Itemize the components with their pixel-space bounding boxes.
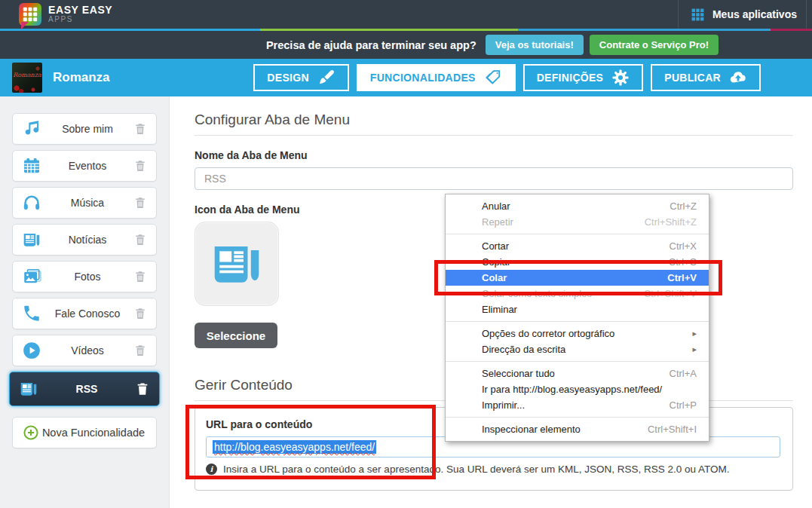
- calendar-icon: [22, 156, 41, 176]
- menu-item-label: Colar como texto simples: [482, 286, 592, 301]
- newspaper-icon: [209, 236, 265, 292]
- menu-item-repetir[interactable]: RepetirCtrl+Shift+Z: [446, 214, 709, 230]
- sidebar-item-label: Sobre mim: [41, 123, 133, 135]
- tab-icon-preview[interactable]: [195, 222, 279, 306]
- newspaper-icon: [19, 379, 38, 399]
- brand: EASY EASY APPS: [0, 3, 112, 26]
- tags-icon: [484, 69, 502, 87]
- menu-item-direccao-da-escrita[interactable]: Direcção da escrita▸: [446, 341, 709, 357]
- menu-item-label: Ir para http://blog.easyeasyapps.net/fee…: [482, 381, 662, 397]
- trash-icon[interactable]: [133, 196, 147, 210]
- menu-item-shortcut: Ctrl+Shift+Z: [645, 214, 697, 230]
- menu-item-label: Cortar: [482, 238, 509, 254]
- menu-item-label: Opções do corretor ortográfico: [482, 326, 614, 341]
- sidebar-item-label: Música: [41, 197, 133, 209]
- menu-item-shortcut: Ctrl+A: [670, 366, 697, 381]
- menu-item-label: Eliminar: [482, 301, 517, 317]
- menu-item-shortcut: Ctrl+P: [670, 397, 697, 413]
- menu-item-shortcut: Ctrl+Shift+V: [644, 286, 697, 301]
- tutorials-button[interactable]: Veja os tutoriais!: [486, 35, 584, 55]
- page-title: Configurar Aba de Menu: [195, 112, 793, 136]
- tab-name-input[interactable]: [195, 167, 793, 190]
- menu-item-opcoes-do-corretor-ortografico[interactable]: Opções do corretor ortográfico▸: [446, 326, 709, 341]
- menu-item-label: Inspeccionar elemento: [482, 421, 581, 437]
- sidebar-item-musica[interactable]: Música: [12, 187, 157, 219]
- trash-icon[interactable]: [133, 270, 147, 283]
- sidebar-item-fale-conosco[interactable]: Fale Conosco: [12, 298, 157, 329]
- menu-item-label: Repetir: [482, 214, 513, 230]
- cloud-upload-icon: [729, 69, 747, 87]
- tab-label: DESIGN: [267, 72, 308, 84]
- menu-separator: [446, 361, 709, 362]
- plus-circle-icon: [22, 424, 40, 442]
- menu-item-anular[interactable]: AnularCtrl+Z: [446, 198, 709, 214]
- play-circle-icon: [22, 341, 41, 360]
- features-sidebar: Sobre mimEventosMúsicaNotíciasFotosFale …: [0, 96, 170, 508]
- divider: [678, 0, 679, 29]
- phone-icon: [22, 304, 41, 323]
- sidebar-item-eventos[interactable]: Eventos: [12, 150, 157, 182]
- trash-icon[interactable]: [133, 307, 147, 320]
- photos-icon: [22, 267, 41, 286]
- app-bar: Romanza Romanza DESIGNFUNCIONALIDADESDEF…: [0, 59, 812, 96]
- menu-item-ir-para-http-blog-easyeasyapps-net-feed[interactable]: Ir para http://blog.easyeasyapps.net/fee…: [446, 381, 709, 397]
- trash-icon[interactable]: [135, 381, 150, 396]
- submenu-arrow-icon: ▸: [692, 341, 697, 357]
- tab-label: FUNCIONALIDADES: [370, 72, 476, 84]
- context-menu: AnularCtrl+ZRepetirCtrl+Shift+ZCortarCtr…: [445, 194, 709, 442]
- menu-item-colar-como-texto-simples[interactable]: Colar como texto simplesCtrl+Shift+V: [446, 286, 709, 301]
- menu-item-label: Anular: [482, 198, 510, 214]
- info-icon: [206, 464, 217, 475]
- tab-design[interactable]: DESIGN: [253, 64, 348, 91]
- sidebar-item-nova-funcionalidade[interactable]: Nova Funcionalidade: [12, 417, 157, 448]
- tab-definicoes[interactable]: DEFINIÇÕES: [523, 64, 644, 91]
- sidebar-item-label: Fotos: [41, 271, 133, 283]
- brand-sub: APPS: [48, 16, 112, 24]
- tab-publicar[interactable]: PUBLICAR: [651, 64, 761, 91]
- brand-color-strip: [0, 29, 812, 31]
- sidebar-item-label: Notícias: [41, 234, 133, 246]
- sidebar-item-label: RSS: [38, 383, 135, 395]
- menu-item-copiar[interactable]: CopiarCtrl+C: [446, 254, 709, 270]
- menu-item-cortar[interactable]: CortarCtrl+X: [446, 238, 709, 254]
- url-selected-text: http://blog.easyeasyapps.net/feed/: [213, 440, 376, 454]
- menu-item-imprimir[interactable]: Imprimir...Ctrl+P: [446, 397, 709, 413]
- menu-item-eliminar[interactable]: Eliminar: [446, 301, 709, 317]
- trash-icon[interactable]: [133, 344, 147, 357]
- select-icon-button[interactable]: Seleccione: [195, 323, 277, 348]
- pro-service-button[interactable]: Contrate o Serviço Pro!: [590, 35, 719, 55]
- menu-item-shortcut: Ctrl+C: [669, 254, 697, 270]
- my-apps-link[interactable]: Meus aplicativos: [712, 8, 797, 20]
- trash-icon[interactable]: [133, 233, 147, 246]
- submenu-arrow-icon: ▸: [692, 326, 697, 341]
- menu-separator: [446, 417, 709, 418]
- tab-funcionalidades[interactable]: FUNCIONALIDADES: [357, 64, 516, 91]
- app-name: Romanza: [53, 70, 110, 85]
- tab-label: PUBLICAR: [664, 72, 721, 84]
- sidebar-item-fotos[interactable]: Fotos: [12, 261, 157, 292]
- menu-item-inspeccionar-elemento[interactable]: Inspeccionar elementoCtrl+Shift+I: [446, 421, 709, 437]
- menu-item-colar[interactable]: ColarCtrl+V: [446, 270, 709, 286]
- top-bar: EASY EASY APPS Meus aplicativos: [0, 0, 812, 29]
- sidebar-item-rss[interactable]: RSS: [9, 372, 160, 406]
- sidebar-item-sobre-mim[interactable]: Sobre mim: [12, 113, 157, 145]
- divider: [806, 0, 807, 29]
- apps-grid-icon[interactable]: [691, 8, 705, 22]
- menu-item-shortcut: Ctrl+Z: [670, 198, 697, 214]
- trash-icon[interactable]: [133, 122, 147, 136]
- trash-icon[interactable]: [133, 159, 147, 173]
- menu-item-label: Colar: [482, 270, 507, 286]
- menu-item-shortcut: Ctrl+Shift+I: [648, 421, 697, 437]
- music-note-icon: [22, 119, 41, 139]
- menu-item-label: Direcção da escrita: [482, 341, 565, 357]
- sidebar-item-videos[interactable]: Vídeos: [12, 335, 157, 366]
- sidebar-item-label: Vídeos: [41, 344, 133, 357]
- menu-separator: [446, 321, 709, 322]
- url-help-text: Insira a URL para o conteúdo a ser apres…: [223, 464, 730, 475]
- paintbrush-icon: [317, 69, 336, 87]
- help-bar: Precisa de ajuda para terminar seu app? …: [0, 31, 812, 59]
- menu-item-seleccionar-tudo[interactable]: Seleccionar tudoCtrl+A: [446, 366, 709, 381]
- headphones-icon: [22, 193, 41, 213]
- sidebar-item-noticias[interactable]: Notícias: [12, 224, 157, 256]
- sidebar-item-label: Fale Conosco: [41, 308, 133, 320]
